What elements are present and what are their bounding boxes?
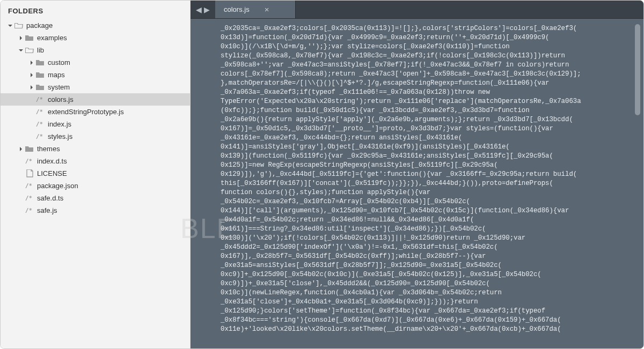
tree-item-label: themes	[37, 145, 60, 153]
tree-item-system[interactable]: system	[1, 81, 190, 93]
code-line: (0xfc));};function build(_0x50d1c5){var …	[221, 106, 643, 115]
code-line: this[_0x3166ff(0x167)]['concat'](_0x5119…	[221, 179, 643, 188]
nav-left-icon[interactable]: ◀	[196, 5, 202, 14]
nav-right-icon[interactable]: ▶	[204, 5, 210, 14]
code-line: },matchOperatorsRe=/[|\\{}()[\]^$+*?.]/g…	[221, 79, 643, 88]
tree-item-maps[interactable]: maps	[1, 69, 190, 81]
chevron-right-icon[interactable]	[18, 35, 24, 41]
code-line: 0x167)],_0x28b5f7=_0x5631df[_0x54b02c(0x…	[221, 252, 643, 261]
code-line: 0xc9)]+_0x125d90[_0x54b02c(0x10c)](_0xe3…	[221, 270, 643, 279]
tree-item-label: colors.js	[48, 95, 74, 103]
code-line: 0x144)]['call'](arguments),_0x125d90=_0x…	[221, 206, 643, 216]
tree-item-label: maps	[48, 71, 65, 79]
code-line: _0x2035ca=_0xae2ef3;colors[_0x2035ca(0x1…	[221, 24, 643, 33]
tree-item-index-d-ts[interactable]: /*index.d.ts	[1, 155, 190, 167]
tab-title: colors.js	[224, 5, 250, 13]
code-file-icon: /*	[25, 207, 35, 214]
tree-item-package[interactable]: package	[1, 19, 190, 32]
code-line: _0x43161e=_0xae2ef3,_0xc444bd={};return …	[221, 133, 643, 143]
tree-item-label: package	[26, 21, 53, 29]
code-line: 0x129)]),'g'),_0xc444bd[_0x5119fc]={'get…	[221, 170, 643, 179]
code-line: _0x45ddd2=_0x125d90['indexOf']('\x0a')!=…	[221, 243, 643, 252]
tree-item-license[interactable]: LICENSE	[1, 167, 190, 180]
tree-item-label: index.js	[48, 120, 71, 128]
tree-item-package-json[interactable]: /*package.json	[1, 180, 190, 192]
code-line: 0x10c)](/\x1B\[\d+m/g,'');};var stylize=…	[221, 42, 643, 51]
tree-item-label: package.json	[37, 182, 78, 190]
code-line: 0x11e)+'looked\x20like\x20colors.setThem…	[221, 325, 643, 334]
tree-item-label: LICENSE	[37, 169, 67, 177]
tree-item-label: examples	[37, 34, 67, 42]
tab-bar: ◀ ▶ colors.js ×	[191, 1, 643, 19]
code-file-icon: /*	[36, 96, 46, 103]
chevron-down-icon[interactable]	[18, 47, 24, 54]
code-line: function colors(){},styles);function app…	[221, 188, 643, 197]
tab-nav-arrows[interactable]: ◀ ▶	[191, 1, 215, 18]
tree-item-safe-d-ts[interactable]: /*safe.d.ts	[1, 192, 190, 204]
folder-icon	[25, 34, 34, 42]
scrollbar-vertical[interactable]	[635, 24, 640, 115]
tree-item-label: safe.js	[37, 206, 57, 214]
chevron-right-icon[interactable]	[18, 146, 24, 152]
folder-icon	[36, 84, 45, 91]
folder-icon	[25, 145, 34, 153]
code-file-icon: /*	[25, 158, 35, 165]
sidebar-header: FOLDERS	[1, 1, 190, 19]
code-line: 0xc9)])+_0xe31a5['close'],_0x45ddd2&&(_0…	[221, 279, 643, 288]
folder-open-icon	[25, 47, 34, 54]
tab-colors-js[interactable]: colors.js ×	[215, 1, 296, 18]
tree-item-examples[interactable]: examples	[1, 32, 190, 44]
code-line: 0x130)]('\x20');if(!colors[_0x54b02c(0x1…	[221, 234, 643, 243]
tree-item-index-js[interactable]: /*index.js	[1, 118, 190, 130]
tree-item-label: styles.js	[48, 132, 72, 140]
code-line: stylize(_0x598ca8,_0x78ef7){var _0x198c3…	[221, 51, 643, 61]
chevron-right-icon[interactable]	[28, 60, 35, 66]
tree-item-label: system	[48, 83, 70, 91]
code-file-icon: /*	[36, 121, 46, 128]
code-line: _0x4d0a1f=_0x54b02c;return _0x34ed86!=nu…	[221, 216, 643, 225]
folder-open-icon	[14, 22, 23, 29]
file-tree: packageexampleslibcustommapssystem/*colo…	[1, 19, 190, 348]
code-area[interactable]: _0x2035ca=_0xae2ef3;colors[_0x2035ca(0x1…	[191, 19, 643, 348]
chevron-down-icon[interactable]	[7, 23, 13, 29]
tree-item-label: safe.d.ts	[37, 194, 63, 202]
tree-item-label: lib	[37, 46, 44, 54]
code-file-icon: /*	[36, 108, 46, 115]
chevron-right-icon[interactable]	[28, 72, 35, 78]
code-line: _0x7a063a=_0xae2ef3;if(typeof _0x111e06!…	[221, 88, 643, 97]
close-icon[interactable]: ×	[265, 5, 269, 14]
tree-item-themes[interactable]: themes	[1, 143, 190, 155]
code-line: _0x54b02c=_0xae2ef3,_0x10fcb7=Array[_0x5…	[221, 197, 643, 206]
tree-item-label: extendStringPrototype.js	[48, 108, 124, 116]
folder-icon	[36, 71, 45, 79]
tree-item-colors-js[interactable]: /*colors.js	[1, 93, 190, 106]
folder-icon	[36, 59, 45, 66]
tree-item-label: index.d.ts	[37, 157, 67, 165]
tree-item-custom[interactable]: custom	[1, 56, 190, 69]
editor-pane: ◀ ▶ colors.js × _0x2035ca=_0xae2ef3;colo…	[191, 1, 643, 348]
sidebar: FOLDERS packageexampleslibcustommapssyst…	[1, 1, 191, 348]
code-line: TypeError('Expected\x20a\x20string');ret…	[221, 97, 643, 106]
tree-item-safe-js[interactable]: /*safe.js	[1, 204, 190, 217]
code-file-icon: /*	[25, 182, 35, 189]
code-line: 0x161)]===String?_0x34ed86:util['inspect…	[221, 225, 643, 234]
tree-item-extendstringprototype-js[interactable]: /*extendStringPrototype.js	[1, 106, 190, 118]
code-line: 0x167)]=_0x50d1c5,_0x3d3bd7['__proto__']…	[221, 124, 643, 133]
code-line: 0x125)]=new RegExp(escapeStringRegexp(an…	[221, 161, 643, 170]
code-line: _0x8f34bc==='string'){console[_0x667da(0…	[221, 316, 643, 325]
file-icon	[25, 170, 34, 177]
code-line: _0xe31a5=ansiStyles[_0x5631df[_0x28b5f7]…	[221, 261, 643, 270]
code-line: 0x13d)]=function(_0x20d71d){var _0x4999c…	[221, 33, 643, 42]
code-line: _0x2a6e9b(){return applyStyle['apply'](_…	[221, 115, 643, 124]
code-line: 0x139)](function(_0x5119fc){var _0x29c95…	[221, 152, 643, 161]
code-line: 0x141)]=ansiStyles['gray'],Object[_0x431…	[221, 143, 643, 152]
code-line: colors[_0x78ef7](_0x598ca8);return _0xe4…	[221, 70, 643, 79]
tree-item-styles-js[interactable]: /*styles.js	[1, 130, 190, 143]
chevron-right-icon[interactable]	[28, 84, 35, 91]
tree-item-lib[interactable]: lib	[1, 44, 190, 56]
code-line: _0x125d90;}colors['setTheme']=function(_…	[221, 307, 643, 316]
code-line: _0xe31a5['close']+_0x4cb0a1+_0xe31a5[_0x…	[221, 298, 643, 307]
code-line: _0x598ca8+'';var _0xe47ac3=ansiStyles[_0…	[221, 61, 643, 70]
tree-item-label: custom	[48, 58, 70, 66]
code-line: 0x10c)](newLineRegex,function(_0x4cb0a1)…	[221, 288, 643, 298]
